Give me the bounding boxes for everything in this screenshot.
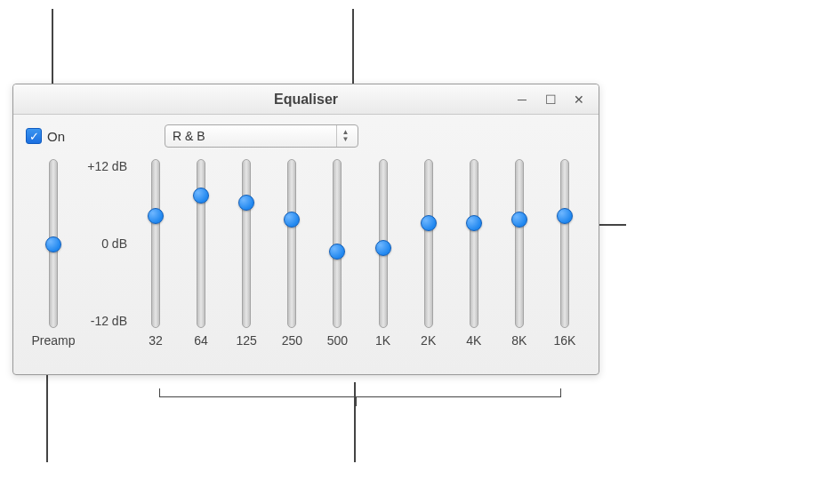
band-250: 250 (274, 156, 309, 360)
db-max-label: +12 dB (87, 159, 127, 173)
band-32: 32 (138, 156, 173, 360)
preset-value: R & B (173, 129, 205, 143)
band-label-500: 500 (327, 333, 348, 348)
equaliser-area: Preamp +12 dB 0 dB -12 dB 32641252505001… (26, 156, 586, 360)
band-125: 125 (229, 156, 264, 360)
band-thumb-32[interactable] (148, 208, 164, 224)
band-4K: 4K (456, 156, 492, 360)
close-button[interactable]: ✕ (565, 88, 593, 111)
band-slider-16K[interactable] (560, 159, 569, 328)
preamp-column: Preamp (26, 156, 81, 360)
band-label-125: 125 (237, 333, 257, 348)
band-thumb-2K[interactable] (421, 215, 437, 231)
preamp-label: Preamp (31, 333, 75, 348)
preamp-thumb[interactable] (45, 236, 61, 252)
band-thumb-8K[interactable] (511, 212, 527, 228)
on-label: On (47, 129, 65, 144)
db-scale: +12 dB 0 dB -12 dB (81, 156, 131, 360)
checkbox-icon: ✓ (26, 128, 42, 144)
bands-bracket (159, 388, 561, 397)
band-slider-1K[interactable] (379, 159, 388, 328)
preset-select[interactable]: R & B ▲▼ (165, 124, 358, 148)
band-thumb-1K[interactable] (375, 240, 391, 256)
band-slider-32[interactable] (151, 159, 160, 328)
minimize-icon: ─ (518, 92, 527, 107)
band-2K: 2K (411, 156, 446, 360)
band-slider-500[interactable] (333, 159, 342, 328)
band-16K: 16K (547, 156, 583, 360)
band-label-8K: 8K (511, 333, 527, 348)
db-mid-label: 0 dB (101, 236, 127, 251)
band-thumb-250[interactable] (284, 212, 300, 228)
chevron-up-down-icon: ▲▼ (336, 125, 354, 147)
band-8K: 8K (502, 156, 537, 360)
band-thumb-64[interactable] (193, 188, 209, 204)
band-label-64: 64 (194, 333, 208, 348)
equaliser-window: Equaliser ─ ☐ ✕ ✓ On R & B ▲▼ (12, 84, 599, 375)
db-min-label: -12 dB (91, 314, 127, 328)
band-slider-125[interactable] (242, 159, 251, 328)
band-1K: 1K (366, 156, 401, 360)
band-slider-250[interactable] (287, 159, 296, 328)
band-500: 500 (319, 156, 355, 360)
top-controls: ✓ On R & B ▲▼ (26, 122, 586, 150)
band-slider-64[interactable] (197, 159, 205, 328)
band-label-2K: 2K (421, 333, 436, 348)
band-slider-8K[interactable] (515, 159, 524, 328)
titlebar: Equaliser ─ ☐ ✕ (13, 84, 599, 115)
eq-bands: 32641252505001K2K4K8K16K (131, 156, 586, 360)
band-thumb-500[interactable] (329, 244, 345, 260)
band-label-4K: 4K (466, 333, 481, 348)
window-content: ✓ On R & B ▲▼ Preamp +12 dB 0 dB -12 dB (13, 115, 599, 374)
band-label-1K: 1K (375, 333, 390, 348)
band-thumb-125[interactable] (238, 195, 254, 211)
band-label-32: 32 (149, 333, 163, 348)
band-thumb-16K[interactable] (557, 208, 573, 224)
band-slider-4K[interactable] (470, 159, 478, 328)
band-label-250: 250 (282, 333, 302, 348)
maximize-button[interactable]: ☐ (536, 88, 565, 111)
close-icon: ✕ (574, 92, 584, 107)
maximize-icon: ☐ (545, 92, 557, 107)
band-thumb-4K[interactable] (466, 215, 482, 231)
band-64: 64 (183, 156, 219, 360)
window-controls: ─ ☐ ✕ (508, 88, 593, 111)
band-slider-2K[interactable] (424, 159, 433, 328)
minimize-button[interactable]: ─ (508, 88, 536, 111)
preamp-slider[interactable] (49, 159, 58, 328)
band-label-16K: 16K (554, 333, 576, 348)
on-toggle[interactable]: ✓ On (26, 128, 65, 144)
